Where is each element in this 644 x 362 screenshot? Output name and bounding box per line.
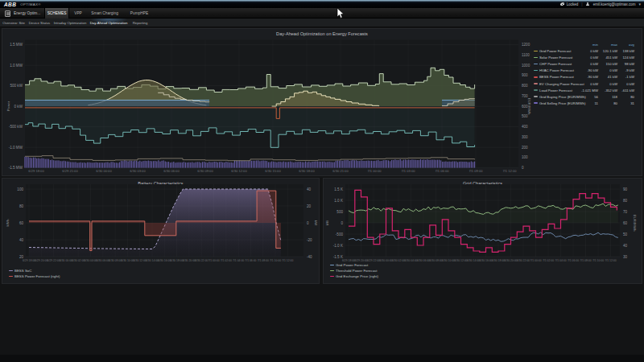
- series-selling-price-bars-bar: [165, 162, 166, 168]
- user-menu-caret-icon[interactable]: ▾: [638, 2, 641, 6]
- legend-row[interactable]: Grid Power Forecast0 kW120.1 kW138 kW: [534, 48, 641, 55]
- subnav-device-status[interactable]: Device Status: [29, 19, 51, 27]
- y-axis-right-tick-label: 400: [522, 125, 528, 129]
- x-axis-tick-label: 6/30 00:00: [96, 169, 112, 173]
- y-axis-right-tick-label: 30: [623, 255, 628, 259]
- legend-item-label: Grid Power Forecast: [336, 263, 368, 267]
- series-selling-price-bars-bar: [393, 160, 394, 168]
- series-selling-price-bars-bar: [436, 160, 436, 168]
- y-axis-left-unit-label: kWh: [6, 219, 10, 226]
- app-label[interactable]: Energy Optim...: [14, 8, 40, 19]
- series-selling-price-bars-bar: [134, 161, 135, 168]
- tab-schemes[interactable]: SCHEMES: [44, 8, 69, 19]
- app-screen: ABB OPTIMAX® Locked | emil.koenig@optima…: [0, 0, 644, 362]
- subnav-intraday-optimization[interactable]: Intraday Optimization: [54, 19, 87, 27]
- series-selling-price-bars-bar: [273, 162, 274, 168]
- tab-smart-charging[interactable]: Smart Charging: [87, 8, 122, 19]
- x-axis-tick-label: 6/30 10:00: [121, 259, 134, 262]
- series-selling-price-bars-bar: [48, 159, 49, 168]
- lock-label[interactable]: Locked: [567, 2, 579, 6]
- y-axis-right-tick-label: 900: [522, 73, 528, 77]
- legend-value-min: -1.021 MW: [577, 88, 598, 94]
- series-selling-price-bars-bar: [402, 161, 402, 168]
- x-axis-tick-label: 6/30 06:00: [163, 169, 180, 173]
- series-chp-band-1-fill: [25, 100, 209, 106]
- y-axis-right-tick-label: 40: [307, 187, 312, 191]
- series-selling-price-bars-bar: [331, 162, 332, 167]
- legend-row[interactable]: Solar Power Forecast0 kW451 kW124 kW: [534, 55, 641, 61]
- legend-row[interactable]: BESS Power Forecast-90 kW41 kW-1 kW: [534, 74, 641, 80]
- legend-row[interactable]: Grid Buying Price (EUR/MWh)5611880: [534, 94, 641, 101]
- x-axis-tick-label: 6/30 22:00: [517, 259, 530, 262]
- user-email[interactable]: emil.koenig@optimax.com: [593, 2, 636, 6]
- legend-series-label[interactable]: Grid Power Forecast: [539, 49, 571, 53]
- subnav-reporting[interactable]: Reporting: [133, 19, 148, 27]
- legend-item[interactable]: Grid Power Forecast: [330, 262, 378, 268]
- series-selling-price-bars-bar: [39, 158, 40, 167]
- legend-row[interactable]: HVAC Power Forecast-90 kW0 kW-9 kW: [534, 68, 641, 74]
- legend-series-label[interactable]: Solar Power Forecast: [539, 56, 572, 60]
- series-selling-price-bars-bar: [36, 158, 37, 168]
- series-selling-price-bars-bar: [185, 162, 186, 168]
- series-selling-price-bars-bar: [353, 160, 353, 168]
- series-selling-price-bars-bar: [62, 161, 63, 167]
- mouse-cursor: [336, 8, 345, 19]
- legend-item[interactable]: BESS Power Forecast (right): [9, 274, 60, 279]
- series-selling-price-bars-bar: [225, 162, 226, 168]
- abb-logo: ABB: [4, 2, 16, 7]
- user-icon: [586, 2, 590, 6]
- series-selling-price-bars-bar: [339, 161, 340, 168]
- y-axis-right-tick-label: 90: [623, 187, 628, 191]
- series-selling-price-bars-bar: [182, 162, 183, 168]
- series-selling-price-bars-bar: [407, 160, 407, 168]
- series-selling-price-bars-bar: [155, 161, 155, 168]
- legend-row[interactable]: CHP Power Forecast0 kW150 kW98 kW: [534, 61, 641, 68]
- x-axis-tick-label: 6/30 04:00: [84, 259, 97, 262]
- series-selling-price-bars-bar: [471, 162, 472, 168]
- legend-row[interactable]: Grid Selling Price (EUR/MWh)118031: [534, 101, 641, 107]
- subnav-overview-site[interactable]: Overview: Site: [2, 19, 25, 27]
- series-selling-price-bars-bar: [383, 160, 384, 167]
- legend-series-label[interactable]: Load Power Forecast: [539, 88, 572, 93]
- x-axis-tick-label: 6/29 18:00: [23, 259, 35, 262]
- series-selling-price-bars-bar: [222, 162, 223, 168]
- series-selling-price-bars-bar: [121, 161, 122, 168]
- series-selling-price-bars-bar: [462, 162, 463, 168]
- series-selling-price-bars-bar: [378, 160, 378, 168]
- subnav-day-ahead-optimization[interactable]: Day-Ahead Optimization: [85, 19, 133, 27]
- series-selling-price-bars-bar: [430, 160, 431, 168]
- tab-pumphpe[interactable]: PumpHPE: [126, 8, 153, 19]
- series-selling-price-bars-bar: [200, 162, 201, 167]
- app-icon[interactable]: [5, 10, 10, 17]
- x-axis-tick-label: 6/30 03:00: [130, 169, 146, 173]
- legend-row[interactable]: EV Charging Power Forecast0 kW0 kW0 kW: [534, 81, 641, 88]
- legend-column-avg[interactable]: avg: [613, 43, 634, 47]
- legend-item[interactable]: BESS SoC: [9, 268, 60, 274]
- series-selling-price-bars-bar: [341, 161, 341, 168]
- legend-series-label[interactable]: CHP Power Forecast: [539, 62, 572, 66]
- y-axis-right-tick-label: -40: [307, 255, 312, 259]
- legend-series-label[interactable]: HVAC Power Forecast: [539, 68, 574, 72]
- legend-item[interactable]: Threshold Power Forecast: [330, 268, 378, 274]
- legend-series-mark-icon: [330, 276, 334, 278]
- legend-series-label[interactable]: BESS Power Forecast: [539, 75, 574, 79]
- product-name: OPTIMAX®: [20, 2, 40, 6]
- series-selling-price-bars-bar: [285, 162, 286, 167]
- series-selling-price-bars-bar: [460, 162, 461, 168]
- legend-series-mark-icon: [9, 276, 13, 278]
- y-axis-right-tick-label: 600: [522, 105, 528, 109]
- series-selling-price-bars-bar: [99, 162, 100, 167]
- series-selling-price-bars-bar: [187, 162, 188, 168]
- legend-value-min: 0 kW: [577, 61, 598, 68]
- legend-row[interactable]: Load Power Forecast-1.021 MW-352 kW-611 …: [534, 88, 641, 94]
- series-selling-price-bars-bar: [109, 162, 109, 167]
- series-selling-price-bars-bar: [442, 162, 443, 168]
- series-selling-price-bars-bar: [55, 161, 56, 168]
- y-axis-right-tick-label: 60: [623, 221, 628, 225]
- series-selling-price-bars-bar: [454, 162, 455, 168]
- series-selling-price-bars-bar: [148, 161, 149, 168]
- legend-item[interactable]: Grid Exchange Price (right): [330, 274, 378, 279]
- y-axis-right-tick-label: 500: [522, 114, 528, 118]
- legend-column-min[interactable]: min: [577, 43, 598, 47]
- tab-vpp[interactable]: VPP: [71, 8, 85, 19]
